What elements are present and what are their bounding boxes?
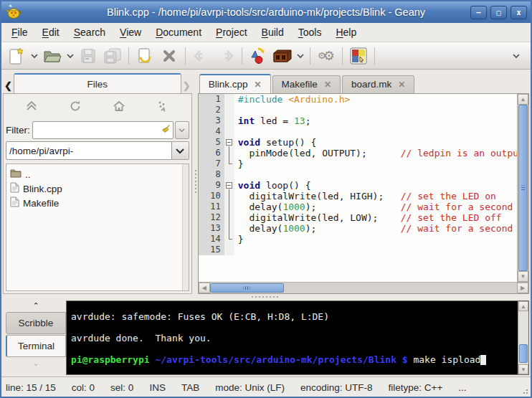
editor-tab-makefile[interactable]: Makefile✕ <box>272 75 341 93</box>
line-number: 13 <box>199 223 224 234</box>
home-button[interactable] <box>109 98 129 117</box>
minimize-button[interactable]: – <box>470 6 487 19</box>
menu-view[interactable]: View <box>113 24 148 41</box>
status-items-host: line: 15 / 15col: 0sel: 0INSTABmode: Uni… <box>6 381 483 394</box>
fold-margin <box>224 115 234 126</box>
maximize-button[interactable]: □ <box>490 6 507 19</box>
terminal-output[interactable]: avrdude: safemode: Fuses OK (E:CB, H:D8,… <box>67 301 518 374</box>
line-number: 5 <box>199 137 224 148</box>
build-button[interactable] <box>270 44 295 67</box>
file-icon <box>10 182 19 195</box>
bottom-tabstrip: ⌃ ScribbleTerminal ⌄ <box>3 299 66 376</box>
menu-build[interactable]: Build <box>255 24 291 41</box>
code-text: digitalWrite(led, HIGH); // set the LED … <box>234 191 496 202</box>
sidebar-tabstrip: ❮ Files ❯ <box>3 71 192 93</box>
geany-lamp-icon <box>5 4 22 20</box>
tab-close-icon[interactable]: ✕ <box>255 80 262 90</box>
sidebar-tabs-scroll-right[interactable]: ❯ <box>181 77 192 93</box>
editor-tabstrip: Blink.cpp✕Makefile✕board.mk✕ <box>198 71 529 93</box>
file-list-item[interactable]: .. <box>9 167 182 181</box>
bottom-panel-splitter[interactable] <box>1 294 531 299</box>
toolbar-overflow-button[interactable] <box>510 44 522 67</box>
code-line: 10 digitalWrite(led, HIGH); // set the L… <box>199 191 517 202</box>
color-chooser-button[interactable] <box>346 44 371 67</box>
filter-entry[interactable] <box>32 121 174 139</box>
terminal-scroll-up-icon[interactable]: ▲ <box>518 301 528 311</box>
editor-vertical-scrollbar[interactable]: ▲ ▼ <box>517 94 528 282</box>
track-path-button[interactable] <box>153 98 173 117</box>
open-folder-button[interactable] <box>40 44 65 67</box>
toolbar-dropdown-button[interactable] <box>29 44 40 67</box>
save-button <box>76 44 100 67</box>
execute-gears-button[interactable]: ⚙⚙ <box>314 44 338 67</box>
terminal-scroll-thumb[interactable] <box>519 344 528 363</box>
fold-collapse-icon[interactable]: − <box>224 137 234 148</box>
bottom-tabs: ScribbleTerminal <box>6 311 66 358</box>
menu-project[interactable]: Project <box>209 24 255 41</box>
menu-search[interactable]: Search <box>67 24 113 41</box>
bottom-tabs-scroll-down[interactable]: ⌄ <box>6 358 66 369</box>
editor-frame: 1#include <Arduino.h>23int led = 13;45−v… <box>198 93 529 294</box>
code-line: 13 delay(1000); // wait for a second <box>199 223 517 234</box>
editor-tab-blink-cpp[interactable]: Blink.cpp✕ <box>199 74 271 93</box>
go-up-button[interactable] <box>22 98 42 117</box>
titlebar[interactable]: Blink.cpp - /home/pi/avrpi-tools/src/ard… <box>1 1 531 23</box>
sidebar-tab-files[interactable]: Files <box>14 73 181 93</box>
editor-tab-label: Blink.cpp <box>209 79 248 90</box>
editor-horizontal-scrollbar[interactable]: ◀ ▶ <box>199 282 528 293</box>
sidebar: ❮ Files ❯ Filter: <box>1 70 194 294</box>
fold-margin <box>224 245 234 255</box>
scroll-down-arrow-icon[interactable]: ▼ <box>518 271 528 282</box>
bottom-tab-terminal[interactable]: Terminal <box>6 335 66 357</box>
menu-edit[interactable]: Edit <box>35 24 67 41</box>
chevron-down-icon <box>31 53 38 59</box>
fold-collapse-icon[interactable]: − <box>224 180 234 191</box>
terminal-panel[interactable]: avrdude: safemode: Fuses OK (E:CB, H:D8,… <box>66 300 529 375</box>
revert-button[interactable] <box>133 44 157 67</box>
statusbar: line: 15 / 15col: 0sel: 0INSTABmode: Uni… <box>1 376 531 397</box>
menu-file[interactable]: File <box>4 24 35 41</box>
new-file-button[interactable] <box>4 44 29 67</box>
code-text: #include <Arduino.h> <box>234 94 351 105</box>
filter-input[interactable] <box>34 125 161 136</box>
close-document-button[interactable] <box>157 44 181 67</box>
file-list-item[interactable]: Makefile <box>9 196 182 210</box>
scroll-left-arrow-icon[interactable]: ◀ <box>199 283 210 293</box>
tab-close-icon[interactable]: ✕ <box>398 80 405 90</box>
toolbar-dropdown-button[interactable] <box>65 44 76 67</box>
scroll-right-arrow-icon[interactable]: ▶ <box>517 283 528 293</box>
menu-tools[interactable]: Tools <box>291 24 329 41</box>
toolbar-dropdown-button[interactable] <box>295 44 306 67</box>
save-all-icon <box>103 47 122 65</box>
path-combo-value[interactable]: /home/pi/avrpi- <box>6 141 172 160</box>
fold-margin <box>224 148 234 158</box>
file-list-scrollbar[interactable] <box>182 164 189 290</box>
chevron-down-icon <box>513 53 520 59</box>
resize-grip[interactable] <box>521 387 529 395</box>
refresh-button[interactable] <box>65 98 85 117</box>
menu-help[interactable]: Help <box>328 24 364 41</box>
code-text: pinMode(led, OUTPUT); // ledpin is an ou… <box>234 148 517 158</box>
code-view[interactable]: 1#include <Arduino.h>23int led = 13;45−v… <box>199 94 517 282</box>
broom-icon[interactable] <box>161 123 171 137</box>
editor-hscroll-thumb[interactable] <box>210 283 284 293</box>
menubar: FileEditSearchViewDocumentProjectBuildTo… <box>1 23 531 42</box>
scroll-up-arrow-icon[interactable]: ▲ <box>518 94 528 105</box>
filter-dropdown-button[interactable] <box>175 121 189 139</box>
editor-vscroll-thumb[interactable] <box>518 105 528 271</box>
nav-forward-button <box>214 44 238 67</box>
close-button[interactable]: x <box>510 6 527 19</box>
compile-button[interactable] <box>246 44 270 67</box>
bottom-tab-scribble[interactable]: Scribble <box>6 312 66 334</box>
sidebar-tabs-scroll-left[interactable]: ❮ <box>3 77 14 93</box>
terminal-scroll-down-icon[interactable]: ▼ <box>518 364 528 374</box>
bottom-tabs-scroll-up[interactable]: ⌃ <box>6 300 66 311</box>
path-dropdown-button[interactable] <box>172 141 189 160</box>
terminal-scrollbar[interactable]: ▲ ▼ <box>518 301 528 374</box>
tab-close-icon[interactable]: ✕ <box>324 80 331 90</box>
editor-tab-board-mk[interactable]: board.mk✕ <box>342 75 414 93</box>
fold-margin <box>224 202 234 212</box>
fold-margin <box>224 169 234 180</box>
file-list-item[interactable]: Blink.cpp <box>9 181 182 196</box>
menu-document[interactable]: Document <box>148 24 209 41</box>
